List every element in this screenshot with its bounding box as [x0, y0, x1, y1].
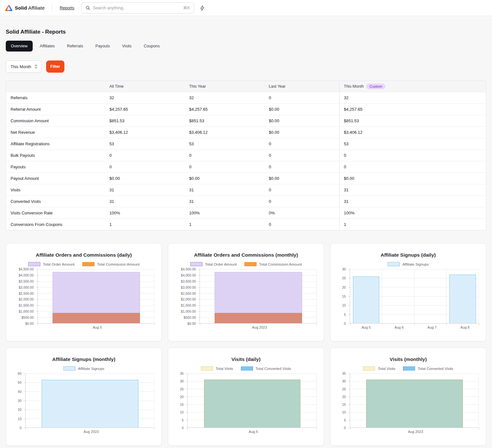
metric-label: Commission Amount [6, 115, 105, 127]
gridline [154, 269, 154, 323]
y-tick-label: 25 [180, 387, 184, 391]
y-tick-label: 35 [180, 372, 184, 375]
legend-label: Total Order Amount [43, 262, 75, 266]
gridline [200, 269, 316, 269]
y-tick-label: $4,000.00 [19, 273, 34, 277]
period-select-value: This Month [11, 64, 31, 69]
metric-value: 0 [339, 161, 486, 173]
legend-total-converted-visits[interactable]: Total Converted Visits [403, 366, 453, 371]
metric-value: 0 [264, 196, 339, 207]
x-tick-label: Aug 5 [249, 430, 258, 434]
legend-swatch [190, 262, 202, 266]
metric-value: 53 [184, 138, 264, 150]
metric-value: 31 [105, 196, 185, 207]
y-tick-label: $1,000.00 [19, 309, 34, 313]
table-row-commission-amount: Commission Amount$851.53$851.53$0.00$851… [6, 115, 486, 127]
y-tick-label: 0 [182, 426, 184, 430]
plot-area [350, 373, 479, 428]
metric-value: $3,406.12 [339, 127, 486, 138]
y-tick-label: 5 [344, 313, 346, 316]
y-tick-label: 10 [342, 410, 346, 414]
tabs: OverviewAffiliatesReferralsPayoutsVisits… [6, 41, 486, 52]
plot-area [350, 269, 479, 324]
legend-total-order-amount[interactable]: Total Order Amount [190, 262, 237, 266]
metric-label: Payouts [6, 161, 105, 173]
tab-affiliates[interactable]: Affiliates [35, 41, 60, 52]
legend-total-order-amount[interactable]: Total Order Amount [28, 262, 75, 266]
metric-value: 0 [264, 219, 339, 230]
y-tick-label: $4,000.00 [181, 273, 196, 277]
y-tick-label: 35 [342, 372, 346, 375]
chart-title: Affiliate Signups (monthly) [11, 356, 157, 362]
y-tick-label: 50 [18, 380, 21, 384]
nav-divider [52, 4, 53, 12]
legend-swatch [363, 366, 375, 371]
search-input[interactable] [93, 5, 183, 10]
chart-visits-monthly: Visits (monthly) Total VisitsTotal Conve… [330, 348, 486, 446]
x-tick-label: Aug 7 [427, 325, 437, 329]
legend-total-commission-amount[interactable]: Total Commission Amount [82, 262, 140, 266]
legend-total-visits[interactable]: Total Visits [201, 366, 233, 371]
brand[interactable]: Solid Affiliate [5, 4, 45, 11]
page-title: Solid Affiliate - Reports [6, 29, 486, 35]
y-axis: 35302520151050 [335, 373, 350, 428]
gridline [316, 373, 317, 428]
x-tick-label: Aug 2023 [408, 430, 423, 434]
table-row-referral-amount: Referral Amount$4,257.65$4,257.65$0.00$4… [6, 104, 486, 115]
x-axis: Aug 5 [37, 324, 157, 332]
y-tick-label: $0.00 [25, 322, 34, 325]
chart-legend: Total VisitsTotal Converted Visits [335, 366, 481, 371]
table-row-bulk-payouts: Bulk Payouts0000 [6, 150, 486, 161]
tab-payouts[interactable]: Payouts [90, 41, 115, 52]
metric-value: 31 [184, 196, 264, 207]
table-row-conversions-from-coupons: Conversions From Coupons1101 [6, 219, 486, 230]
table-row-net-revenue: Net Revenue$3,406.12$3,406.12$0.00$3,406… [6, 127, 486, 138]
bar-affiliate-signups [449, 275, 476, 323]
brand-logo-icon [5, 4, 12, 11]
legend-affiliate-signups[interactable]: Affiliate Signups [388, 262, 429, 266]
gridline [38, 269, 154, 269]
y-tick-label: 0 [344, 426, 346, 430]
metric-value: 0 [264, 184, 339, 196]
tab-coupons[interactable]: Coupons [139, 41, 165, 52]
y-tick-label: $2,500.00 [181, 292, 196, 295]
period-select[interactable]: This Month [6, 60, 42, 73]
chart-signups-monthly: Affiliate Signups (monthly) Affiliate Si… [6, 348, 162, 446]
chart-legend: Affiliate Signups [335, 262, 481, 266]
metric-value: 32 [184, 92, 264, 104]
metric-value: 100% [339, 207, 486, 219]
search-box[interactable]: ⌘K [81, 2, 194, 13]
filter-button[interactable]: Filter [46, 60, 64, 73]
y-tick-label: $4,500.00 [19, 267, 34, 271]
y-tick-label: 5 [182, 418, 184, 422]
y-tick-label: 10 [180, 410, 184, 414]
nav-link-reports[interactable]: Reports [60, 5, 74, 10]
metric-value: 1 [105, 219, 185, 230]
chart-title: Affiliate Orders and Commissions (monthl… [173, 252, 319, 258]
y-tick-label: $1,500.00 [181, 303, 196, 307]
column-header-this-month: This MonthCustom [339, 81, 486, 92]
legend-total-commission-amount[interactable]: Total Commission Amount [244, 262, 302, 266]
metric-value: 53 [339, 138, 486, 150]
legend-total-converted-visits[interactable]: Total Converted Visits [241, 366, 291, 371]
y-tick-label: 0 [20, 426, 21, 430]
tab-visits[interactable]: Visits [117, 41, 137, 52]
tab-overview[interactable]: Overview [6, 41, 33, 52]
y-tick-label: 30 [342, 379, 346, 383]
stats-table-card: All TimeThis YearLast YearThis MonthCust… [6, 81, 486, 230]
metric-label: Visits [6, 184, 105, 196]
legend-total-visits[interactable]: Total Visits [363, 366, 395, 371]
tab-referrals[interactable]: Referrals [62, 41, 88, 52]
metric-value: $0.00 [264, 115, 339, 127]
metric-value: 0% [264, 207, 339, 219]
y-axis: 302520151050 [335, 269, 350, 324]
legend-swatch [28, 262, 40, 266]
gridline [154, 373, 154, 428]
gridline [479, 373, 479, 428]
metric-value: 31 [184, 184, 264, 196]
metric-column-header [6, 81, 105, 92]
chart-title: Visits (monthly) [335, 356, 481, 362]
legend-affiliate-signups[interactable]: Affiliate Signups [63, 366, 104, 371]
lightning-bolt-icon[interactable] [200, 5, 205, 11]
y-tick-label: $2,000.00 [181, 297, 196, 301]
